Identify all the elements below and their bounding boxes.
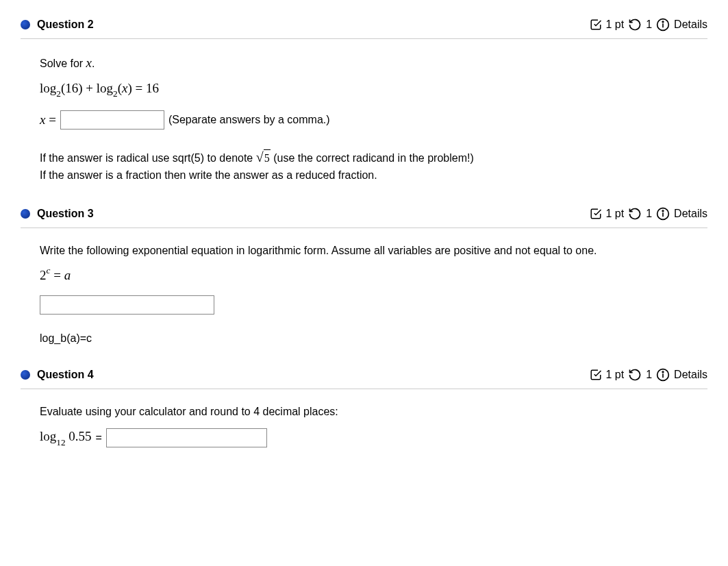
prompt-text: Write the following exponential equation… [40, 243, 707, 258]
question-title: Question 3 [37, 208, 94, 220]
prompt-text: Solve for x. [40, 54, 707, 73]
equation: 2c = a [40, 267, 707, 283]
question-header-right: 1 pt 1 Details [590, 18, 708, 32]
retry-count: 1 [646, 208, 652, 220]
question-block: Question 3 1 pt 1 Details Write the foll… [21, 203, 707, 365]
details-link[interactable]: Details [674, 369, 707, 381]
question-header-left: Question 2 [21, 19, 94, 31]
question-header: Question 3 1 pt 1 Details [21, 203, 707, 228]
bullet-icon [21, 370, 30, 380]
question-header-left: Question 3 [21, 208, 94, 220]
bullet-icon [21, 20, 30, 29]
question-body: Evaluate using your calculator and round… [21, 389, 707, 484]
question-header-left: Question 4 [21, 369, 94, 381]
answer-input[interactable] [60, 110, 164, 130]
answer-row: x = (Separate answers by a comma.) [40, 110, 707, 130]
question-header-right: 1 pt 1 Details [590, 368, 708, 382]
checkbox-icon[interactable] [590, 369, 602, 381]
hint-below: log_b(a)=c [40, 332, 707, 345]
retry-icon[interactable] [628, 18, 642, 32]
answer-row [40, 295, 707, 315]
retry-count: 1 [646, 19, 652, 31]
info-icon[interactable] [656, 368, 670, 382]
details-link[interactable]: Details [674, 19, 707, 31]
prompt-text: Evaluate using your calculator and round… [40, 404, 707, 419]
info-icon[interactable] [656, 18, 670, 32]
equation: log12 0.55 [40, 429, 92, 447]
svg-point-2 [662, 21, 664, 23]
equals-sign: = [96, 432, 102, 444]
retry-count: 1 [646, 369, 652, 381]
checkbox-icon[interactable] [590, 208, 602, 220]
retry-icon[interactable] [628, 368, 642, 382]
note-block: If the answer is radical use sqrt(5) to … [40, 147, 707, 183]
points-label: 1 pt [606, 208, 625, 220]
details-link[interactable]: Details [674, 208, 707, 220]
svg-point-5 [662, 210, 664, 212]
svg-point-8 [662, 371, 664, 373]
question-body: Solve for x. log2(16) + log2(x) = 16 x =… [21, 39, 707, 203]
checkbox-icon[interactable] [590, 19, 602, 31]
equation: log2(16) + log2(x) = 16 [40, 81, 707, 99]
question-title: Question 4 [37, 369, 94, 381]
question-body: Write the following exponential equation… [21, 228, 707, 365]
separate-hint: (Separate answers by a comma.) [168, 114, 330, 126]
question-title: Question 2 [37, 19, 94, 31]
points-label: 1 pt [606, 369, 625, 381]
question-header: Question 2 1 pt 1 Details [21, 14, 707, 39]
retry-icon[interactable] [628, 207, 642, 221]
points-label: 1 pt [606, 19, 625, 31]
question-block: Question 4 1 pt 1 Details Evaluate using… [21, 364, 707, 484]
answer-input[interactable] [106, 428, 267, 447]
question-header: Question 4 1 pt 1 Details [21, 364, 707, 389]
answer-row: log12 0.55 = [40, 428, 707, 447]
bullet-icon [21, 209, 30, 219]
info-icon[interactable] [656, 207, 670, 221]
question-block: Question 2 1 pt 1 Details Solve for x. l… [21, 14, 707, 203]
answer-input[interactable] [40, 295, 214, 315]
question-header-right: 1 pt 1 Details [590, 207, 708, 221]
answer-prefix: x = [40, 112, 56, 127]
